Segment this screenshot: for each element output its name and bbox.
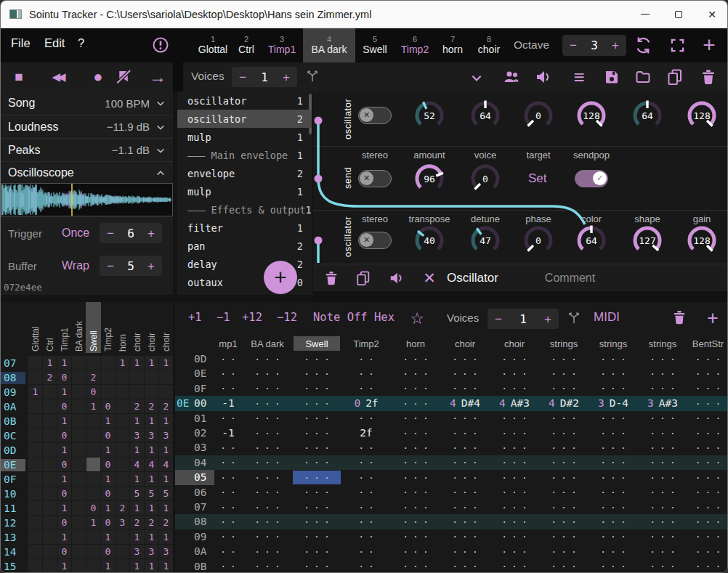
- pattern-row-number[interactable]: 03: [194, 442, 214, 453]
- order-cell[interactable]: 4: [145, 458, 158, 471]
- order-cell[interactable]: 5: [159, 487, 173, 500]
- unit-list-item-envelope[interactable]: envelope2: [177, 164, 312, 182]
- order-cell[interactable]: [43, 501, 57, 515]
- order-cell[interactable]: 1: [101, 472, 115, 486]
- pattern-cell[interactable]: ···: [243, 544, 292, 558]
- order-cell[interactable]: [86, 559, 100, 573]
- order-cell[interactable]: 0: [101, 458, 115, 471]
- knob-param5[interactable]: 64: [627, 99, 668, 132]
- order-cell[interactable]: [28, 559, 42, 573]
- order-cell[interactable]: [43, 443, 57, 457]
- pattern-cell[interactable]: -1: [214, 396, 243, 410]
- pattern-cell[interactable]: ··: [214, 381, 243, 396]
- pattern-cell[interactable]: ···: [638, 351, 687, 366]
- order-cell[interactable]: 4: [159, 458, 173, 471]
- pattern-row-number[interactable]: 0B: [194, 561, 214, 572]
- menu-icon[interactable]: ≡: [569, 62, 589, 92]
- order-cell[interactable]: [43, 545, 57, 558]
- delete-unit-icon[interactable]: [323, 270, 339, 286]
- order-cell[interactable]: [28, 530, 42, 544]
- pattern-toolbar-button-−12[interactable]: −12: [277, 311, 297, 324]
- pattern-cell[interactable]: ···: [539, 544, 589, 558]
- pattern-cell[interactable]: ··: [341, 529, 391, 544]
- menu-edit[interactable]: Edit: [44, 36, 65, 50]
- order-row-label[interactable]: 09: [4, 386, 25, 399]
- pattern-cell[interactable]: ···: [391, 396, 440, 410]
- delete-track-icon[interactable]: [671, 309, 687, 325]
- order-cell[interactable]: [43, 559, 57, 573]
- order-cell[interactable]: 1: [159, 443, 173, 457]
- order-cell[interactable]: [116, 559, 129, 573]
- order-row-label[interactable]: 15: [4, 561, 25, 573]
- order-cell[interactable]: 1: [101, 559, 115, 573]
- order-row-label[interactable]: 14: [4, 546, 25, 558]
- pattern-row-number[interactable]: 06: [194, 487, 214, 498]
- order-cell[interactable]: 0: [86, 501, 100, 515]
- order-cell[interactable]: 0: [57, 370, 71, 384]
- pattern-cell[interactable]: ···: [539, 500, 589, 514]
- order-cell[interactable]: 1: [28, 385, 42, 399]
- copy-icon[interactable]: [666, 68, 684, 86]
- pattern-track-header-horn[interactable]: horn: [392, 336, 439, 351]
- unit-list-item-mulp[interactable]: mulp1: [177, 128, 312, 146]
- pattern-cell[interactable]: ··: [214, 559, 243, 573]
- pattern-cell[interactable]: ···: [687, 470, 728, 484]
- pattern-row-number[interactable]: 02: [194, 427, 214, 439]
- pattern-cell[interactable]: ···: [687, 351, 728, 366]
- order-cell[interactable]: [72, 545, 86, 558]
- order-cell[interactable]: [28, 414, 42, 428]
- order-cell[interactable]: [43, 385, 57, 399]
- order-cell[interactable]: 1: [101, 443, 115, 457]
- pattern-track-header-bentstr[interactable]: BentStr: [689, 336, 727, 351]
- pattern-cell[interactable]: ···: [391, 529, 440, 544]
- order-cell[interactable]: 2: [116, 501, 129, 515]
- order-cell[interactable]: [72, 428, 86, 442]
- order-cell[interactable]: [28, 545, 42, 558]
- pattern-cell[interactable]: -1: [214, 426, 243, 440]
- order-row-label[interactable]: 13: [4, 532, 25, 544]
- pattern-cell[interactable]: ···: [539, 426, 589, 440]
- pattern-cell[interactable]: 3D-4: [589, 396, 638, 410]
- knob-voice[interactable]: 0: [465, 162, 506, 195]
- order-cell[interactable]: 1: [145, 356, 158, 370]
- order-cell[interactable]: [86, 414, 100, 428]
- order-column-header-choir[interactable]: choir: [132, 304, 143, 351]
- pattern-cell[interactable]: ···: [638, 366, 687, 381]
- unit-list-item--effects-&-output[interactable]: ––– Effects & output1: [177, 200, 312, 219]
- pattern-cell[interactable]: ··: [341, 411, 391, 426]
- pattern-row-number[interactable]: 01: [194, 413, 214, 424]
- pattern-row-number[interactable]: 04: [194, 457, 214, 468]
- pattern-cell[interactable]: ···: [638, 470, 687, 484]
- knob-param4[interactable]: 128: [571, 99, 612, 132]
- order-cell[interactable]: 2: [43, 370, 57, 384]
- order-cell[interactable]: 2: [159, 399, 173, 413]
- trigger-increment-button[interactable]: +: [147, 227, 155, 240]
- track-tab-horn[interactable]: 7horn: [437, 28, 469, 62]
- pattern-cell[interactable]: ···: [490, 351, 539, 366]
- pattern-cell[interactable]: ···: [638, 381, 687, 396]
- pattern-cell[interactable]: ···: [243, 514, 292, 529]
- pattern-cell[interactable]: ···: [687, 426, 728, 440]
- knob-param3[interactable]: 0: [518, 99, 559, 132]
- order-cell[interactable]: 1: [43, 356, 57, 370]
- pattern-cell[interactable]: 4D#4: [440, 396, 490, 410]
- add-track-icon[interactable]: +: [702, 304, 724, 333]
- pattern-cell[interactable]: ···: [490, 470, 539, 484]
- unit-list-item-mulp[interactable]: mulp1: [177, 182, 312, 200]
- pattern-cell[interactable]: ···: [589, 470, 638, 484]
- order-cell[interactable]: [101, 385, 115, 399]
- order-cell[interactable]: 0: [57, 458, 71, 471]
- order-cell[interactable]: 1: [130, 472, 144, 486]
- pattern-cell[interactable]: ···: [490, 500, 539, 514]
- pattern-cell[interactable]: ···: [539, 440, 589, 455]
- order-cell[interactable]: 0: [57, 487, 71, 500]
- order-cell[interactable]: [28, 370, 42, 384]
- buffer-increment-button[interactable]: +: [147, 260, 155, 272]
- order-cell[interactable]: 1: [145, 443, 158, 457]
- pattern-row-number[interactable]: 0D: [194, 353, 214, 365]
- order-cell[interactable]: 2: [130, 399, 144, 413]
- pattern-cell[interactable]: ···: [687, 366, 728, 381]
- order-row-label[interactable]: 0A: [4, 401, 25, 413]
- pattern-cell[interactable]: ···: [243, 529, 292, 544]
- delete-icon[interactable]: [700, 68, 717, 86]
